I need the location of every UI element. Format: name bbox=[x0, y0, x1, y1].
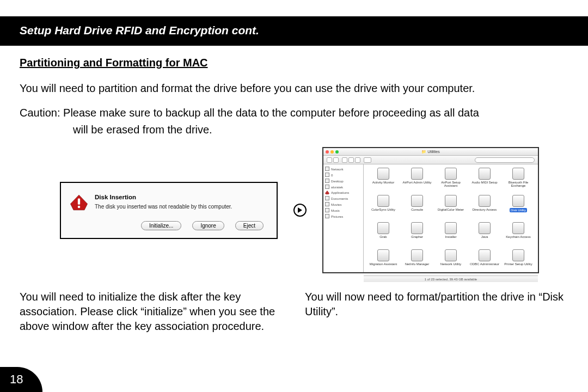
utility-item-label: DigitalColor Meter bbox=[438, 208, 464, 211]
sidebar-item-icon bbox=[325, 173, 329, 177]
initialize-button[interactable]: Initialize... bbox=[141, 221, 181, 230]
utility-item-label: Console bbox=[411, 208, 423, 211]
sidebar-item-label: Pictures bbox=[331, 215, 343, 218]
utility-item-label: Bluetooth File Exchange bbox=[502, 181, 535, 187]
svg-rect-1 bbox=[78, 198, 80, 204]
utility-item[interactable]: Directory Access bbox=[468, 195, 501, 221]
dialog-message: The disk you inserted was not readable b… bbox=[95, 204, 232, 210]
utility-item-icon bbox=[377, 195, 389, 207]
utility-item-icon bbox=[512, 222, 524, 234]
sidebar-item[interactable]: Music bbox=[325, 208, 362, 212]
caution-text-line2: will be erased from the drive. bbox=[20, 122, 568, 137]
page-title: Setup Hard Drive RFID and Encryption con… bbox=[20, 24, 259, 36]
search-input[interactable] bbox=[475, 157, 535, 163]
utility-item-icon bbox=[411, 222, 423, 234]
utility-item[interactable]: Grapher bbox=[401, 222, 433, 248]
sidebar-item-icon bbox=[325, 208, 329, 212]
utility-item-label: Network Utility bbox=[440, 262, 461, 266]
utility-item-icon bbox=[377, 222, 389, 234]
utility-item-label: Disk Utility bbox=[510, 208, 527, 212]
utilities-toolbar bbox=[323, 156, 538, 164]
utility-item[interactable]: Printer Setup Utility bbox=[502, 249, 535, 275]
utility-item-icon bbox=[445, 249, 457, 261]
utility-item[interactable]: Bluetooth File Exchange bbox=[502, 168, 535, 194]
utility-item[interactable]: AirPort Setup Assistant bbox=[434, 168, 467, 194]
view-col-button[interactable] bbox=[355, 157, 360, 163]
utility-item-label: Activity Monitor bbox=[372, 181, 395, 184]
sidebar-item-icon bbox=[325, 179, 329, 183]
sidebar-item-label: Documents bbox=[331, 197, 348, 200]
sidebar-item[interactable]: aluratek bbox=[325, 185, 362, 189]
utility-item-icon bbox=[445, 222, 457, 234]
utility-item[interactable]: Audio MIDI Setup bbox=[468, 168, 501, 194]
utility-item[interactable]: Migration Assistant bbox=[367, 249, 400, 275]
close-dot-icon[interactable] bbox=[326, 150, 329, 154]
eject-button[interactable]: Eject bbox=[235, 221, 264, 230]
utility-item[interactable]: ODBC Administrator bbox=[468, 249, 501, 275]
dialog-title: Disk Insertion bbox=[95, 194, 232, 200]
ignore-button[interactable]: Ignore bbox=[192, 221, 224, 230]
utility-item[interactable]: Disk Utility bbox=[502, 195, 535, 221]
utility-item-label: Keychain Access bbox=[506, 235, 530, 238]
utility-item[interactable]: Java bbox=[468, 222, 501, 248]
utility-item-label: Audio MIDI Setup bbox=[471, 181, 497, 184]
utility-item-icon bbox=[479, 249, 491, 261]
utility-item-icon bbox=[411, 168, 423, 180]
utility-item-icon bbox=[512, 195, 524, 207]
utility-item[interactable]: DigitalColor Meter bbox=[434, 195, 467, 221]
sidebar-item[interactable]: Network bbox=[325, 167, 362, 171]
utility-item-label: Directory Access bbox=[473, 208, 497, 211]
utility-item-label: AirPort Admin Utility bbox=[402, 181, 431, 184]
sidebar-item[interactable]: Movies bbox=[325, 202, 362, 206]
sidebar-item-label: Applications bbox=[331, 191, 349, 194]
view-icon-button[interactable] bbox=[342, 157, 347, 163]
fwd-button[interactable] bbox=[333, 157, 339, 163]
utility-item[interactable]: Network Utility bbox=[434, 249, 467, 275]
sidebar-item-label: Movies bbox=[331, 203, 342, 206]
utility-item-label: AirPort Setup Assistant bbox=[434, 181, 467, 187]
utility-item-label: Grapher bbox=[411, 235, 423, 238]
utility-item-label: ColorSync Utility bbox=[371, 208, 395, 211]
page-title-bar: Setup Hard Drive RFID and Encryption con… bbox=[0, 16, 588, 46]
utility-item[interactable]: NetInfo Manager bbox=[401, 249, 433, 275]
utility-item-icon bbox=[377, 249, 389, 261]
utility-item[interactable]: Grab bbox=[367, 222, 400, 248]
utility-item-icon bbox=[479, 222, 491, 234]
left-instruction: You will need to initialize the disk aft… bbox=[20, 290, 283, 334]
sidebar-item-icon bbox=[325, 214, 329, 218]
caution-text-line1: Caution: Please make sure to backup all … bbox=[20, 106, 568, 120]
sidebar-item[interactable]: 0 bbox=[325, 173, 362, 177]
sidebar-item-icon bbox=[325, 191, 329, 194]
utility-item-icon bbox=[445, 195, 457, 207]
right-instruction: You will now need to format/partition th… bbox=[305, 290, 568, 334]
action-button[interactable] bbox=[364, 157, 371, 163]
utility-item[interactable]: Activity Monitor bbox=[367, 168, 400, 194]
utility-item[interactable]: Keychain Access bbox=[502, 222, 535, 248]
sidebar-item-icon bbox=[325, 167, 329, 171]
sidebar-item-label: Music bbox=[331, 209, 340, 212]
sidebar-item-label: Desktop bbox=[331, 179, 344, 183]
minimize-dot-icon[interactable] bbox=[330, 150, 334, 154]
sidebar-item[interactable]: Applications bbox=[325, 191, 362, 194]
utilities-sidebar: Network0DesktopaluratekApplicationsDocum… bbox=[323, 164, 364, 272]
utility-item[interactable]: AirPort Admin Utility bbox=[401, 168, 433, 194]
sidebar-item[interactable]: Documents bbox=[325, 196, 362, 200]
sidebar-item[interactable]: Desktop bbox=[325, 179, 362, 183]
arrow-right-icon bbox=[293, 203, 307, 217]
utility-item-label: Grab bbox=[379, 235, 387, 238]
utility-item-icon bbox=[512, 168, 524, 180]
back-button[interactable] bbox=[327, 157, 332, 163]
utility-item[interactable]: ColorSync Utility bbox=[367, 195, 400, 221]
disk-insertion-dialog: Disk Insertion The disk you inserted was… bbox=[60, 182, 278, 239]
sidebar-item-label: aluratek bbox=[331, 185, 343, 189]
sidebar-item-icon bbox=[325, 185, 329, 189]
utilities-window: 📁 Utilities Network0DesktopaluratekAppli… bbox=[322, 147, 539, 273]
utility-item[interactable]: Installer bbox=[434, 222, 467, 248]
utility-item[interactable]: Console bbox=[401, 195, 433, 221]
zoom-dot-icon[interactable] bbox=[335, 150, 339, 154]
sidebar-item-label: 0 bbox=[331, 173, 333, 177]
utility-item-label: Printer Setup Utility bbox=[504, 262, 532, 266]
view-list-button[interactable] bbox=[348, 157, 354, 163]
sidebar-item-icon bbox=[325, 196, 329, 200]
sidebar-item[interactable]: Pictures bbox=[325, 214, 362, 218]
